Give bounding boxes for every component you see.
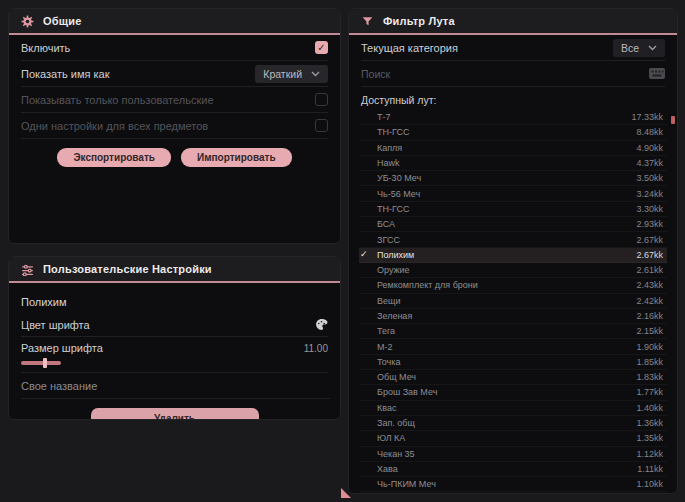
loot-item-row[interactable]: Вещи 2.42kk [359, 294, 667, 309]
loot-item-value: 1.83kk [636, 372, 663, 382]
loot-item-row[interactable]: Чь-56 Меч 3.24kk [359, 186, 667, 201]
loot-item-value: 2.15kk [636, 326, 663, 336]
scrollbar-thumb[interactable] [671, 116, 675, 124]
search-input[interactable] [361, 68, 641, 80]
loot-item-row[interactable]: ✓ Полихим 2.67kk [359, 248, 667, 263]
loot-item-value: 2.67kk [636, 250, 663, 260]
loot-item-value: 1.35kk [636, 433, 663, 443]
show-name-dropdown[interactable]: Краткий [255, 65, 328, 83]
loot-item-value: 1.12kk [636, 449, 663, 459]
enable-label: Включить [21, 42, 70, 54]
chevron-down-icon [648, 45, 657, 51]
loot-item-name: Т-7 [377, 112, 631, 122]
loot-item-value: 17.33kk [631, 112, 663, 122]
chevron-down-icon [311, 71, 320, 77]
font-size-block: Размер шрифта 11.00 [21, 337, 328, 373]
loot-item-name: Полихим [377, 250, 636, 260]
font-size-slider[interactable] [21, 361, 61, 365]
loot-item-row[interactable]: Зеленая 2.16kk [359, 309, 667, 324]
loot-item-row[interactable]: ЮЛ КА 1.35kk [359, 431, 667, 446]
loot-item-row[interactable]: БСА 2.93kk [359, 217, 667, 232]
show-name-label: Показать имя как [21, 68, 110, 80]
loot-item-row[interactable]: Тега 2.15kk [359, 324, 667, 339]
category-label: Текущая категория [361, 42, 458, 54]
loot-item-name: Чекан 35 [377, 449, 636, 459]
gear-icon [21, 15, 34, 28]
loot-list: Т-7 17.33kk ТН-ГСС 8.48kk Капля 4.90kk H… [349, 110, 677, 492]
loot-item-name: М-2 [377, 342, 636, 352]
loot-item-row[interactable]: Чекан 35 1.12kk [359, 447, 667, 462]
loot-item-row[interactable]: Hawk 4.37kk [359, 156, 667, 171]
delete-button[interactable]: Удалить [91, 408, 259, 420]
loot-item-row[interactable]: Т-7 17.33kk [359, 110, 667, 125]
slider-knob[interactable] [43, 358, 47, 368]
loot-item-value: 1.10kk [636, 479, 663, 489]
loot-item-value: 1.36kk [636, 418, 663, 428]
loot-item-name: Hawk [377, 158, 636, 168]
only-custom-row: Показывать только пользовательские [21, 87, 328, 113]
same-settings-row: Одни настройки для всех предметов [21, 113, 328, 139]
loot-item-value: 1.77kk [636, 387, 663, 397]
enable-checkbox[interactable]: ✓ [315, 41, 328, 54]
general-settings-panel: Общие Включить ✓ Показать имя как Кратки… [8, 8, 341, 244]
loot-item-value: 1.40kk [636, 403, 663, 413]
loot-item-row[interactable]: Брош Зав Меч 1.77kk [359, 385, 667, 400]
filter-panel-header: Фильтр Лута [349, 9, 677, 35]
loot-item-value: 2.43kk [636, 280, 663, 290]
show-name-row: Показать имя как Краткий [21, 61, 328, 87]
loot-item-row[interactable]: Чь-ПКИМ Меч 1.10kk [359, 477, 667, 492]
import-button[interactable]: Импортировать [181, 148, 292, 167]
category-value: Все [621, 42, 639, 54]
loot-item-name: ЗГСС [377, 235, 636, 245]
palette-icon[interactable] [315, 318, 328, 331]
loot-item-row[interactable]: Зап. общ 1.36kk [359, 416, 667, 431]
loot-item-row[interactable]: Точка 1.85kk [359, 355, 667, 370]
loot-item-row[interactable]: ЗГСС 2.67kk [359, 232, 667, 247]
loot-item-row[interactable]: ТН-ГСС 8.48kk [359, 125, 667, 140]
enable-row: Включить ✓ [21, 35, 328, 61]
custom-name-input[interactable] [21, 373, 330, 399]
font-color-label: Цвет шрифта [21, 319, 90, 331]
loot-item-name: Оружие [377, 265, 636, 275]
loot-item-name: БСА [377, 219, 636, 229]
loot-item-row[interactable]: Общ Меч 1.83kk [359, 370, 667, 385]
panel-title: Общие [43, 15, 82, 27]
check-icon: ✓ [360, 249, 368, 259]
export-button[interactable]: Экспортировать [57, 148, 171, 167]
custom-settings-icon [21, 263, 34, 276]
category-dropdown[interactable]: Все [613, 39, 665, 57]
loot-item-name: Зап. общ [377, 418, 636, 428]
loot-item-value: 3.50kk [636, 173, 663, 183]
loot-item-name: Хава [377, 464, 637, 474]
search-row [361, 61, 665, 87]
loot-item-row[interactable]: Квас 1.40kk [359, 401, 667, 416]
loot-item-row[interactable]: Капля 4.90kk [359, 141, 667, 156]
loot-item-value: 4.90kk [636, 143, 663, 153]
panel-title: Фильтр Лута [383, 15, 455, 27]
font-size-value: 11.00 [304, 343, 328, 354]
font-color-row: Цвет шрифта [21, 313, 328, 337]
resize-handle[interactable] [341, 488, 351, 498]
loot-item-name: ТН-ГСС [377, 204, 636, 214]
loot-item-value: 1.85kk [636, 357, 663, 367]
general-panel-header: Общие [9, 9, 340, 35]
virtual-keyboard-icon[interactable] [649, 68, 665, 79]
loot-filter-panel: Фильтр Лута Текущая категория Все Доступ… [348, 8, 678, 494]
loot-item-row[interactable]: ТН-ГСС 3.30kk [359, 202, 667, 217]
custom-panel-header: Пользовательские Настройки [9, 257, 340, 283]
loot-item-value: 2.61kk [636, 265, 663, 275]
loot-item-row[interactable]: УБ-30 Меч 3.50kk [359, 171, 667, 186]
loot-item-row[interactable]: Хава 1.11kk [359, 462, 667, 477]
loot-item-row[interactable]: М-2 1.90kk [359, 339, 667, 354]
only-custom-checkbox[interactable] [315, 93, 328, 106]
same-settings-checkbox[interactable] [315, 119, 328, 132]
panel-title: Пользовательские Настройки [43, 263, 212, 275]
loot-item-name: Квас [377, 403, 636, 413]
loot-item-name: Ремкомплект для брони [377, 280, 636, 290]
loot-item-row[interactable]: Оружие 2.61kk [359, 263, 667, 278]
custom-settings-panel: Пользовательские Настройки Полихим Цвет … [8, 256, 341, 420]
loot-item-row[interactable]: Ремкомплект для брони 2.43kk [359, 278, 667, 293]
font-size-label: Размер шрифта [21, 342, 103, 354]
loot-item-name: Брош Зав Меч [377, 387, 636, 397]
only-custom-label: Показывать только пользовательские [21, 94, 214, 106]
